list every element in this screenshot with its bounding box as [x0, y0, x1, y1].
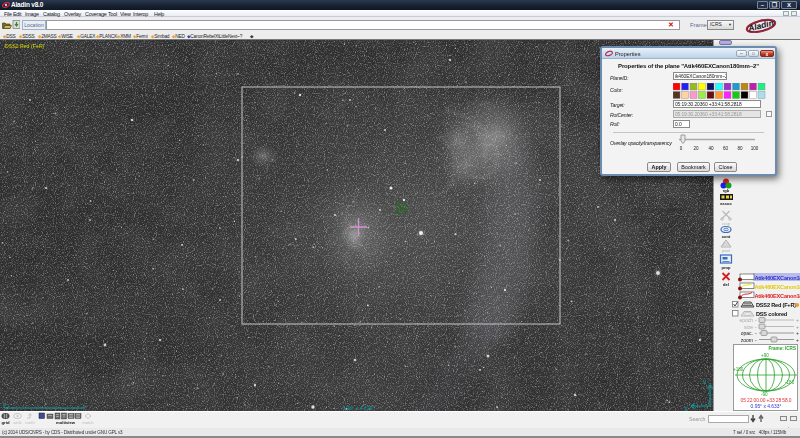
svg-text:05 22 00.00 +33 28 58.0: 05 22 00.00 +33 28 58.0	[741, 398, 792, 403]
svg-text:opac.: opac.	[741, 330, 753, 336]
svg-text:80: 80	[737, 146, 743, 151]
svg-text:Atik460EXCanon18: Atik460EXCanon18	[755, 275, 800, 281]
svg-text:del: del	[723, 282, 729, 287]
svg-text:cont: cont	[722, 234, 731, 239]
svg-text:multiview: multiview	[56, 420, 76, 425]
svg-text:+180: +180	[733, 367, 744, 372]
svg-text:pixel: pixel	[722, 248, 730, 253]
svg-text:wink: wink	[13, 420, 22, 425]
svg-text:-: -	[755, 337, 757, 343]
svg-text:Atik460EXCanon18: Atik460EXCanon18	[755, 293, 800, 299]
svg-text:+: +	[796, 337, 799, 343]
svg-text:0: 0	[680, 146, 683, 151]
svg-text:0.95° x 4.633°: 0.95° x 4.633°	[342, 405, 375, 411]
svg-text:match: match	[82, 420, 94, 425]
svg-text:assoc: assoc	[720, 201, 732, 206]
svg-text:-90: -90	[761, 392, 768, 397]
svg-text:+: +	[796, 317, 799, 323]
svg-text:Atik460EXCanon18: Atik460EXCanon18	[755, 284, 800, 290]
svg-text:-180: -180	[785, 380, 795, 385]
svg-text:20: 20	[693, 146, 699, 151]
svg-text:north: north	[25, 420, 35, 425]
svg-text:size: size	[744, 324, 753, 330]
svg-text:-: -	[755, 324, 757, 330]
svg-text:+: +	[796, 330, 799, 336]
svg-text:N: N	[703, 379, 707, 385]
svg-text:-: -	[755, 330, 757, 336]
svg-text:100: 100	[751, 146, 759, 151]
svg-text:+90: +90	[761, 353, 769, 358]
svg-text:0.95° x 4.633°: 0.95° x 4.633°	[751, 404, 782, 409]
svg-text:zoom: zoom	[741, 337, 753, 343]
svg-text:40: 40	[708, 146, 714, 151]
svg-text:Aladin: Aladin	[746, 18, 775, 33]
svg-text:crop: crop	[722, 221, 731, 226]
svg-text:60: 60	[723, 146, 729, 151]
svg-text:-: -	[755, 317, 757, 323]
svg-text:DSS2 Red (F+R): DSS2 Red (F+R)	[5, 43, 45, 49]
svg-text:Frame: ICRS: Frame: ICRS	[768, 346, 796, 351]
svg-text:+: +	[796, 324, 799, 330]
svg-text:DSS2 Red (F+R): DSS2 Red (F+R)	[756, 302, 796, 308]
svg-text:epoch: epoch	[739, 317, 753, 323]
svg-text:c: c	[5, 401, 7, 406]
svg-text:grid: grid	[2, 420, 10, 425]
svg-text:rgb: rgb	[723, 188, 730, 193]
svg-text:prop: prop	[722, 265, 731, 270]
